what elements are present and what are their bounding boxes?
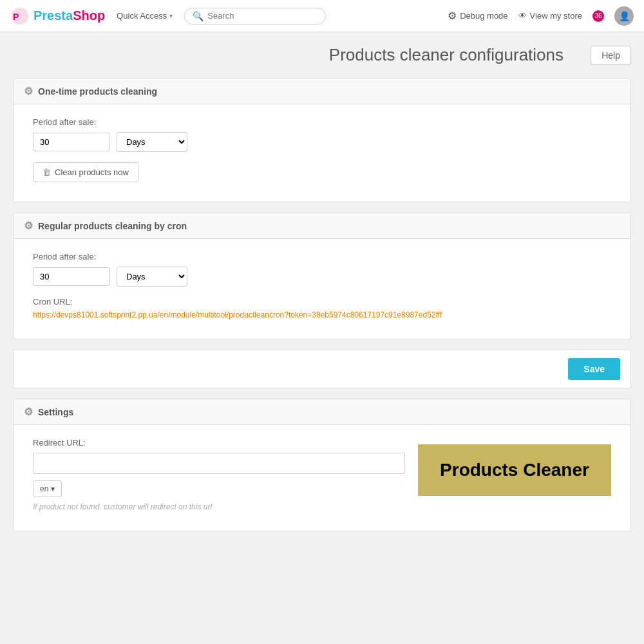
logo[interactable]: P PrestaShop (10, 6, 105, 26)
quick-access-button[interactable]: Quick Access ▾ (113, 8, 176, 23)
settings-header: ⚙ Settings (14, 399, 630, 425)
page-content: Products cleaner configurations Help ⚙ O… (0, 32, 644, 554)
gear-icon-one-time: ⚙ (24, 85, 33, 97)
period-input-1[interactable] (33, 133, 110, 151)
period-input-2[interactable] (33, 267, 110, 286)
debug-mode-icon: ⚙ (448, 10, 457, 22)
page-header: Products cleaner configurations Help (13, 45, 631, 65)
view-store-label: View my store (530, 11, 582, 21)
notification-item[interactable]: 36 (592, 10, 604, 22)
search-input[interactable] (207, 11, 317, 21)
settings-section: ⚙ Settings Redirect URL: en ▾ If product… (13, 399, 631, 531)
svg-text:P: P (13, 12, 19, 22)
settings-body: Redirect URL: en ▾ If product not found,… (14, 425, 630, 531)
cron-cleaning-header: ⚙ Regular products cleaning by cron (14, 213, 630, 239)
cron-url-label: Cron URL: (33, 297, 611, 307)
cron-url-link[interactable]: https://devps81001.softsprint2.pp.ua/en/… (33, 310, 442, 319)
help-button[interactable]: Help (591, 46, 631, 65)
cron-cleaning-title: Regular products cleaning by cron (38, 221, 187, 231)
save-button[interactable]: Save (568, 358, 620, 380)
gear-icon-settings: ⚙ (24, 406, 33, 418)
settings-body-right: Products Cleaner (418, 438, 611, 511)
search-icon: 🔍 (193, 11, 204, 21)
settings-title: Settings (38, 407, 73, 417)
notification-badge: 36 (592, 10, 604, 22)
prestashop-logo-icon: P (10, 6, 30, 26)
redirect-hint-text: If product not found, customer will redi… (33, 502, 405, 511)
period-after-sale-label-1: Period after sale: (33, 117, 611, 127)
cron-cleaning-body: Period after sale: Days Months Years Cro… (14, 239, 630, 339)
trash-icon: 🗑 (43, 167, 51, 177)
lang-chevron-icon: ▾ (51, 484, 55, 493)
redirect-url-label: Redirect URL: (33, 438, 405, 448)
settings-body-left: Redirect URL: en ▾ If product not found,… (33, 438, 405, 511)
gear-icon-cron: ⚙ (24, 220, 33, 232)
page-title: Products cleaner configurations (302, 45, 591, 65)
view-store-item[interactable]: 👁 View my store (518, 11, 582, 21)
period-unit-select-2[interactable]: Days Months Years (117, 267, 187, 287)
cron-cleaning-section: ⚙ Regular products cleaning by cron Peri… (13, 213, 631, 339)
promo-block: Products Cleaner (418, 444, 611, 496)
one-time-cleaning-header: ⚙ One-time products cleaning (14, 79, 630, 104)
one-time-cleaning-section: ⚙ One-time products cleaning Period afte… (13, 78, 631, 202)
settings-body-split: Redirect URL: en ▾ If product not found,… (33, 438, 611, 511)
avatar-icon: 👤 (619, 11, 630, 21)
period-form-row-2: Days Months Years (33, 267, 611, 287)
debug-mode-label: Debug mode (460, 11, 507, 21)
promo-text: Products Cleaner (440, 460, 589, 480)
lang-label: en (40, 484, 48, 493)
quick-access-label: Quick Access (117, 11, 167, 21)
chevron-down-icon: ▾ (169, 12, 173, 19)
search-box: 🔍 (184, 8, 326, 24)
period-after-sale-label-2: Period after sale: (33, 252, 611, 261)
language-select-button[interactable]: en ▾ (33, 480, 62, 497)
clean-products-now-button[interactable]: 🗑 Clean products now (33, 162, 138, 182)
user-avatar[interactable]: 👤 (614, 6, 634, 26)
period-unit-select-1[interactable]: Days Months Years (117, 132, 187, 152)
nav-right-area: ⚙ Debug mode 👁 View my store 36 👤 (448, 6, 634, 26)
one-time-cleaning-body: Period after sale: Days Months Years 🗑 C… (14, 104, 630, 202)
debug-mode-item[interactable]: ⚙ Debug mode (448, 10, 507, 22)
redirect-url-input[interactable] (33, 453, 405, 474)
eye-icon: 👁 (518, 11, 527, 21)
logo-shop-text: Shop (73, 8, 105, 23)
one-time-cleaning-title: One-time products cleaning (38, 86, 157, 97)
logo-presta-text: Presta (33, 8, 73, 23)
clean-btn-label: Clean products now (55, 167, 129, 177)
save-section: Save (13, 350, 631, 388)
top-navigation: P PrestaShop Quick Access ▾ 🔍 ⚙ Debug mo… (0, 0, 644, 32)
notification-count: 36 (594, 12, 601, 19)
period-form-row-1: Days Months Years (33, 132, 611, 152)
